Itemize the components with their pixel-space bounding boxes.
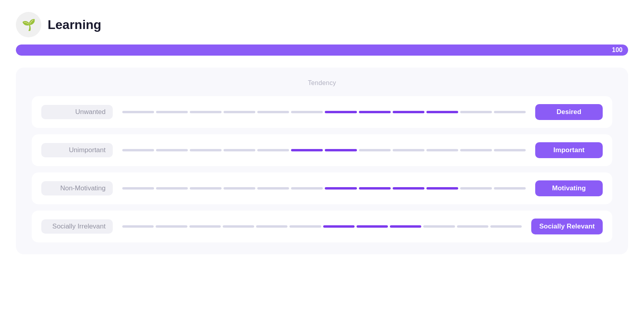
right-label-motivating: Motivating xyxy=(535,180,603,196)
tendency-row-2: Non-Motivating Motivating xyxy=(32,172,612,204)
progress-bar-container: 100 xyxy=(16,45,628,56)
seg xyxy=(426,187,458,190)
seg xyxy=(190,187,222,190)
seg xyxy=(357,225,388,228)
right-label-important: Important xyxy=(535,142,603,158)
seg xyxy=(224,187,255,190)
seg xyxy=(291,187,323,190)
right-label-desired: Desired xyxy=(535,104,603,120)
seg xyxy=(460,111,492,113)
seg xyxy=(359,187,391,190)
seg xyxy=(390,225,421,228)
seg xyxy=(325,149,357,151)
seg xyxy=(223,225,254,228)
seg xyxy=(393,111,424,113)
left-label-unimportant: Unimportant xyxy=(41,143,113,157)
tendency-card: Tendency Unwanted Desired Unimportant xyxy=(16,68,628,254)
seg xyxy=(460,187,492,190)
seg xyxy=(291,149,323,151)
tendency-row-3: Socially Irrelevant Socially Relevant xyxy=(32,211,612,242)
seg xyxy=(224,149,255,151)
seg xyxy=(423,225,455,228)
seg xyxy=(190,111,222,113)
progress-bar-fill: 100 xyxy=(16,45,628,56)
left-label-socially-irrelevant: Socially Irrelevant xyxy=(41,219,113,234)
left-label-unwanted: Unwanted xyxy=(41,105,113,119)
seg xyxy=(426,149,458,151)
seg xyxy=(291,111,323,113)
slider-track-3[interactable] xyxy=(119,225,525,228)
seg xyxy=(257,187,289,190)
seg xyxy=(460,149,492,151)
seg xyxy=(490,225,522,228)
seg xyxy=(393,149,424,151)
tendency-label: Tendency xyxy=(32,79,612,87)
right-label-socially-relevant: Socially Relevant xyxy=(531,219,603,234)
tendency-row-0: Unwanted Desired xyxy=(32,96,612,128)
avatar-icon: 🌱 xyxy=(22,18,36,31)
seg xyxy=(393,187,424,190)
tendency-row-1: Unimportant Important xyxy=(32,134,612,166)
seg xyxy=(323,225,355,228)
seg xyxy=(359,149,391,151)
page-header: 🌱 Learning xyxy=(16,12,628,37)
seg xyxy=(494,149,526,151)
slider-track-1[interactable] xyxy=(119,149,529,151)
seg xyxy=(289,225,321,228)
seg xyxy=(122,225,154,228)
seg xyxy=(189,225,221,228)
seg xyxy=(122,149,154,151)
slider-track-2[interactable] xyxy=(119,187,529,190)
seg xyxy=(457,225,488,228)
seg xyxy=(122,187,154,190)
page-title: Learning xyxy=(48,17,101,32)
seg xyxy=(426,111,458,113)
seg xyxy=(224,111,255,113)
avatar: 🌱 xyxy=(16,12,41,37)
seg xyxy=(156,187,188,190)
seg xyxy=(494,187,526,190)
seg xyxy=(494,111,526,113)
seg xyxy=(257,149,289,151)
seg xyxy=(190,149,222,151)
slider-track-0[interactable] xyxy=(119,111,529,113)
seg xyxy=(325,187,357,190)
seg xyxy=(325,111,357,113)
seg xyxy=(122,111,154,113)
seg xyxy=(156,225,187,228)
seg xyxy=(156,149,188,151)
seg xyxy=(359,111,391,113)
seg xyxy=(257,111,289,113)
seg xyxy=(256,225,287,228)
progress-value: 100 xyxy=(612,46,623,54)
left-label-non-motivating: Non-Motivating xyxy=(41,181,113,195)
seg xyxy=(156,111,188,113)
